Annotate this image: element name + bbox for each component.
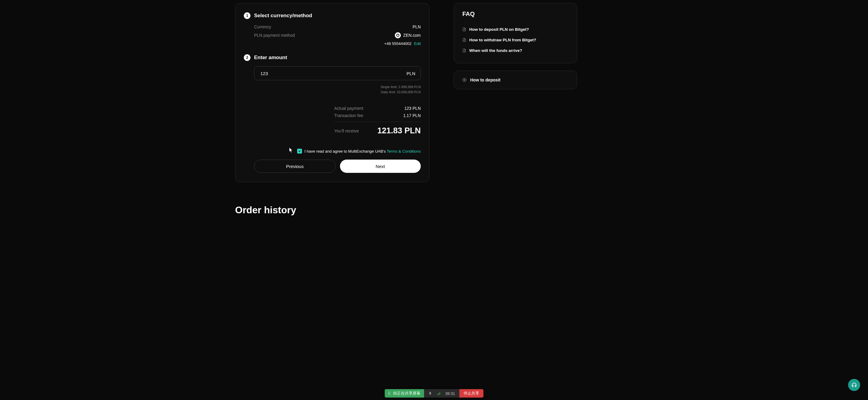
deposit-form-card: 1 Select currency/method Currency PLN PL… bbox=[235, 3, 430, 182]
step2-title: Enter amount bbox=[254, 55, 287, 61]
agreement-checkbox[interactable] bbox=[297, 149, 302, 153]
share-info: 38:31 bbox=[424, 389, 459, 398]
share-time: 38:31 bbox=[445, 391, 455, 396]
how-to-deposit-video[interactable]: How to deposit bbox=[454, 70, 577, 89]
previous-button[interactable]: Previous bbox=[254, 160, 336, 173]
faq-card: FAQ How to deposit PLN on Bitget? How to… bbox=[454, 3, 577, 63]
cursor-icon bbox=[289, 147, 293, 153]
actual-payment-label: Actual payment bbox=[334, 106, 364, 111]
method-row: PLN payment method ZEN.com bbox=[254, 32, 421, 38]
amount-input[interactable] bbox=[254, 66, 421, 80]
svg-rect-9 bbox=[437, 394, 438, 395]
edit-phone-link[interactable]: Edit bbox=[414, 41, 421, 46]
phone-number: +48 555444002 bbox=[384, 41, 412, 46]
terms-link[interactable]: Terms & Conditions bbox=[387, 149, 421, 153]
single-limit: Single limit: 2-999,999 PLN bbox=[244, 84, 421, 90]
screen-share-bar: 你正在共享屏幕 38:31 停止共享 bbox=[384, 389, 484, 398]
amount-breakdown: Actual payment 123 PLN Transaction fee 1… bbox=[334, 106, 421, 136]
sharing-text: 你正在共享屏幕 bbox=[393, 391, 421, 396]
svg-rect-11 bbox=[439, 392, 440, 395]
next-button[interactable]: Next bbox=[340, 160, 421, 173]
play-icon bbox=[462, 78, 467, 82]
step2-header: 2 Enter amount bbox=[244, 54, 421, 61]
currency-row: Currency PLN bbox=[254, 24, 421, 29]
step1-title: Select currency/method bbox=[254, 13, 312, 19]
receive-value: 121.83 PLN bbox=[377, 126, 421, 136]
receive-row: You'll receive 121.83 PLN bbox=[334, 126, 421, 136]
step1-header: 1 Select currency/method bbox=[244, 12, 421, 19]
faq-item-deposit[interactable]: How to deposit PLN on Bitget? bbox=[462, 24, 568, 35]
step2-badge: 2 bbox=[244, 54, 250, 61]
agreement-text: I have read and agree to MultiExchange U… bbox=[304, 149, 421, 153]
document-icon bbox=[462, 38, 466, 42]
method-value-text: ZEN.com bbox=[403, 33, 421, 38]
method-label: PLN payment method bbox=[254, 33, 295, 38]
phone-row: +48 555444002 Edit bbox=[254, 41, 421, 46]
headset-icon bbox=[851, 382, 857, 388]
support-fab[interactable] bbox=[848, 379, 860, 391]
currency-value: PLN bbox=[412, 24, 421, 29]
breakdown-divider bbox=[334, 121, 421, 122]
receive-label: You'll receive bbox=[334, 128, 359, 133]
right-column: FAQ How to deposit PLN on Bitget? How to… bbox=[454, 3, 577, 182]
zen-logo-icon bbox=[395, 32, 401, 38]
amount-input-wrapper: PLN bbox=[254, 66, 421, 80]
faq-title: FAQ bbox=[462, 10, 568, 18]
limits-info: Single limit: 2-999,999 PLN Daily limit:… bbox=[244, 84, 421, 94]
faq-item-withdraw[interactable]: How to withdraw PLN from Bitget? bbox=[462, 35, 568, 45]
actual-payment-value: 123 PLN bbox=[404, 106, 421, 111]
faq-item-label: How to withdraw PLN from Bitget? bbox=[469, 38, 536, 42]
document-icon bbox=[462, 48, 466, 53]
video-label: How to deposit bbox=[470, 78, 500, 82]
agreement-row: I have read and agree to MultiExchange U… bbox=[244, 149, 421, 153]
order-history-section: Order history bbox=[229, 204, 639, 216]
svg-rect-10 bbox=[438, 393, 439, 395]
daily-limit: Daily limit: 10,000,000 PLN bbox=[244, 90, 421, 95]
fee-label: Transaction fee bbox=[334, 113, 363, 118]
drag-handle-icon bbox=[388, 392, 390, 395]
document-icon bbox=[462, 27, 466, 32]
microphone-icon[interactable] bbox=[428, 392, 432, 395]
signal-icon bbox=[437, 392, 440, 395]
faq-item-label: When will the funds arrive? bbox=[469, 48, 522, 53]
step1-info: Currency PLN PLN payment method ZEN.com … bbox=[244, 24, 421, 46]
action-buttons: Previous Next bbox=[244, 160, 421, 173]
fee-row: Transaction fee 1.17 PLN bbox=[334, 113, 421, 118]
actual-payment-row: Actual payment 123 PLN bbox=[334, 106, 421, 111]
step1-badge: 1 bbox=[244, 12, 250, 19]
currency-label: Currency bbox=[254, 24, 271, 29]
fee-value: 1.17 PLN bbox=[403, 113, 421, 118]
faq-item-funds-arrive[interactable]: When will the funds arrive? bbox=[462, 45, 568, 56]
method-value: ZEN.com bbox=[395, 32, 421, 38]
stop-share-button[interactable]: 停止共享 bbox=[459, 389, 484, 398]
share-status[interactable]: 你正在共享屏幕 bbox=[384, 389, 424, 398]
order-history-title: Order history bbox=[235, 204, 633, 216]
faq-item-label: How to deposit PLN on Bitget? bbox=[469, 27, 529, 32]
amount-suffix: PLN bbox=[407, 71, 415, 76]
svg-marker-7 bbox=[464, 79, 465, 81]
